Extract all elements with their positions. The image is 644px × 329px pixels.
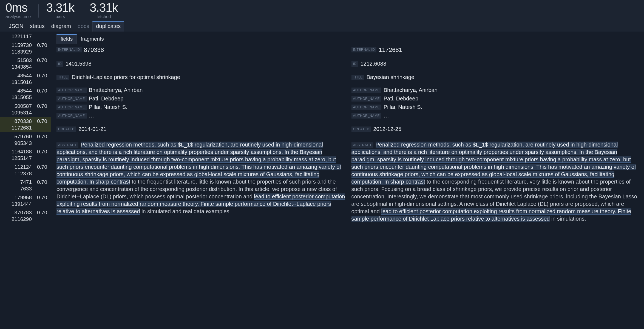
field-label: AUTHOR_NAME [351,96,382,102]
field-label: AUTHOR_NAME [351,88,382,93]
metric-fetched: 3.31kfetched [82,2,126,19]
pair-score: 0.70 [32,57,47,70]
field-created: CREATED2014-01-21 [56,125,347,133]
pair-ids: 74717633 [0,179,32,192]
tab-status[interactable]: status [27,21,48,32]
tab-docs[interactable]: docs [74,21,92,32]
pair-score: 0.70 [32,72,47,86]
field-author-name: AUTHOR_NAME… [56,111,347,120]
field-label: INTERNAL ID [56,47,82,52]
pair-row[interactable]: 37078321162900.70 [0,208,51,224]
primary-tabs: JSONstatusdiagramdocsduplicates [0,19,644,32]
pair-score: 0.70 [32,209,47,223]
pair-score: 0.70 [32,179,47,192]
secondary-tabs: fieldsfragments [56,32,644,45]
pair-ids: 11597301183929 [0,42,32,55]
doc-left: INTERNAL ID870338ID1401.5398TITLEDirichl… [56,45,347,326]
field-author-name: AUTHOR_NAMEBhattacharya, Anirban [351,86,642,94]
field-label: ABSTRACT [351,142,373,148]
pair-row[interactable]: 747176330.70 [0,178,51,193]
subtab-fragments[interactable]: fragments [77,34,107,44]
metric-value: 3.31k [90,2,118,14]
field-id: ID1401.5398 [56,60,347,68]
field-label: CREATED [351,126,371,132]
pair-ids: 1221117 [0,33,32,40]
field-label: AUTHOR_NAME [56,113,87,119]
metric-label: pairs [55,14,65,19]
pair-score: 0.70 [32,133,47,147]
pair-row[interactable]: 1221117 [0,32,51,41]
metrics-bar: 0msanalysis time3.31kpairs3.31kfetched [0,0,644,19]
field-label: AUTHOR_NAME [351,113,382,119]
pair-score: 0.70 [32,42,47,55]
pair-ids: 515831343854 [0,57,32,70]
field-author-name: AUTHOR_NAMEPati, Debdeep [351,94,642,103]
pair-ids: 8703381172681 [0,118,32,131]
metric-value: 0ms [5,2,27,14]
tab-json[interactable]: JSON [5,21,27,32]
field-value: 1172681 [379,46,402,54]
field-author-name: AUTHOR_NAMEPillai, Natesh S. [56,103,347,111]
field-abstract: ABSTRACTPenalized regression methods, su… [56,141,347,215]
field-label: AUTHOR_NAME [351,105,382,110]
tab-diagram[interactable]: diagram [48,21,74,32]
field-value: 2014-01-21 [78,125,106,133]
field-value: Bhattacharya, Anirban [89,86,143,94]
subtab-fields[interactable]: fields [56,34,77,44]
pair-row[interactable]: 4854413150550.70 [0,86,51,102]
abstract-match-span: lead to efficient posterior computation … [351,208,631,222]
field-value: Bhattacharya, Anirban [384,86,438,94]
pair-row[interactable]: 4854413150160.70 [0,71,51,87]
pair-ids: 1799581391444 [0,194,32,207]
field-value: Dirichlet-Laplace priors for optimal shr… [72,74,180,81]
field-label: AUTHOR_NAME [56,96,87,102]
field-value: … [89,112,94,119]
abstract-text: in simulations. [550,216,586,222]
pair-score: 0.70 [32,118,47,131]
pair-row[interactable]: 5797609053430.70 [0,132,51,148]
abstract-text: in simulated and real data examples. [140,208,231,214]
pair-list[interactable]: 1221117115973011839290.705158313438540.7… [0,32,51,329]
field-author-name: AUTHOR_NAMEBhattacharya, Anirban [56,86,347,94]
field-id: ID1212.6088 [351,60,642,68]
field-label: ID [56,61,63,67]
pair-score: 0.70 [32,103,47,116]
field-label: ID [351,61,358,67]
field-label: TITLE [351,75,364,80]
field-label: AUTHOR_NAME [56,105,87,110]
field-value: Pati, Debdeep [384,95,418,102]
field-value: … [384,112,389,119]
metric-label: analysis time [5,14,31,19]
field-label: CREATED [56,126,76,132]
field-label: TITLE [56,75,69,80]
pair-row[interactable]: 87033811726810.70 [0,117,51,132]
field-value: Pillai, Natesh S. [384,103,422,111]
pair-row[interactable]: 5158313438540.70 [0,56,51,71]
pair-row[interactable]: 115973011839290.70 [0,41,51,56]
pair-ids: 579760905343 [0,133,32,147]
pair-row[interactable]: 1121241123780.70 [0,163,51,178]
field-value: 2012-12-25 [373,125,401,133]
pair-row[interactable]: 116418812551470.70 [0,147,51,163]
field-internal-id: INTERNAL ID1172681 [351,45,642,55]
field-value: Pati, Debdeep [89,95,124,102]
field-author-name: AUTHOR_NAME… [351,111,642,120]
field-value: 1401.5398 [66,60,92,68]
pair-score: 0.70 [32,164,47,177]
pair-row[interactable]: 50058710953140.70 [0,102,51,117]
field-author-name: AUTHOR_NAMEPillai, Natesh S. [351,103,642,111]
pair-score: 0.70 [32,88,47,101]
field-created: CREATED2012-12-25 [351,125,642,133]
metric-label: fetched [97,14,111,19]
pair-score: 0.70 [32,194,47,207]
pair-ids: 3707832116290 [0,209,32,223]
metric-pairs: 3.31kpairs [38,2,82,19]
field-label: ABSTRACT [56,142,78,148]
metric-analysis-time: 0msanalysis time [5,2,38,19]
pair-ids: 485441315055 [0,88,32,101]
tab-duplicates[interactable]: duplicates [92,21,124,32]
field-label: AUTHOR_NAME [56,88,87,93]
pair-ids: 11641881255147 [0,148,32,162]
pair-row[interactable]: 17995813914440.70 [0,193,51,209]
field-internal-id: INTERNAL ID870338 [56,45,347,55]
